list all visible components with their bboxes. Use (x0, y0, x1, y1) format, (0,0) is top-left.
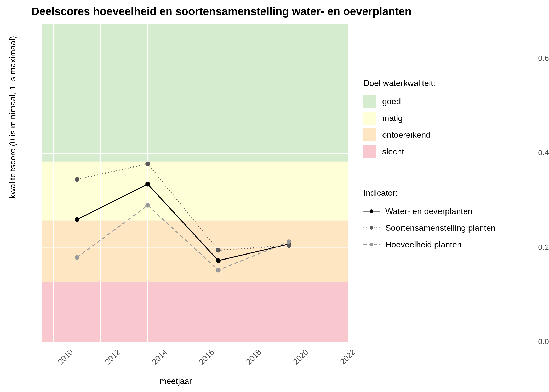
x-tick: 2020 (291, 348, 310, 366)
legend-band-item: slecht (363, 145, 436, 158)
legend-band-label: goed (382, 97, 401, 106)
svg-point-28 (370, 209, 373, 213)
chart-container: Deelscores hoeveelheid en soortensamenst… (0, 0, 549, 392)
svg-point-19 (75, 177, 79, 182)
svg-point-23 (75, 255, 79, 260)
swatch-ontoereikend (363, 128, 376, 141)
legend-band-label: matig (382, 113, 403, 123)
svg-point-17 (216, 258, 221, 263)
y-tick: 0.4 (510, 148, 549, 157)
legend-band-label: slecht (382, 147, 404, 157)
x-tick: 2014 (150, 348, 169, 366)
svg-point-26 (287, 239, 291, 244)
legend-band-label: ontoereikend (382, 130, 431, 140)
svg-point-16 (145, 182, 150, 187)
x-tick: 2012 (103, 348, 122, 366)
legend-series-item: Hoeveelheid planten (363, 238, 496, 251)
legend-series-label: Water- en oeverplanten (385, 206, 472, 216)
svg-point-15 (75, 217, 79, 222)
legend-bands-title: Doel waterkwaliteit: (363, 78, 436, 88)
legend-band-item: ontoereikend (363, 128, 436, 141)
y-tick: 0.0 (510, 337, 549, 346)
legend-series-label: Soortensamenstelling planten (385, 223, 496, 233)
legend-band-item: matig (363, 112, 436, 125)
y-axis-label: kwaliteitscore (0 is minimaal, 1 is maxi… (8, 36, 18, 199)
swatch-matig (363, 112, 376, 125)
legend-bands: Doel waterkwaliteit: goed matig ontoerei… (363, 78, 436, 162)
chart-title: Deelscores hoeveelheid en soortensamenst… (31, 5, 411, 18)
svg-point-32 (370, 243, 373, 246)
y-tick: 0.2 (510, 243, 549, 252)
linekey-hoeveelheid (363, 239, 380, 250)
svg-point-21 (216, 248, 221, 253)
swatch-goed (363, 95, 376, 108)
svg-point-24 (145, 203, 150, 208)
svg-point-25 (216, 268, 221, 272)
legend-series: Indicator: Water- en oeverplanten Soorte… (363, 188, 496, 255)
x-tick: 2022 (339, 348, 357, 366)
legend-series-title: Indicator: (363, 188, 496, 198)
linekey-water-oever (363, 206, 380, 216)
svg-point-30 (370, 226, 373, 230)
plot-svg (42, 24, 348, 342)
x-tick: 2016 (197, 348, 216, 366)
linekey-soortensamenstelling (363, 223, 380, 233)
legend-band-item: goed (363, 95, 436, 108)
legend-series-label: Hoeveelheid planten (385, 240, 462, 250)
legend-series-item: Water- en oeverplanten (363, 205, 496, 218)
x-tick: 2010 (56, 348, 75, 366)
legend-series-item: Soortensamenstelling planten (363, 221, 496, 234)
swatch-slecht (363, 145, 376, 158)
x-axis-label: meetjaar (159, 376, 192, 386)
svg-point-20 (145, 162, 150, 166)
plot-area (42, 24, 348, 342)
x-tick: 2018 (244, 348, 263, 366)
y-tick: 0.6 (510, 54, 549, 63)
